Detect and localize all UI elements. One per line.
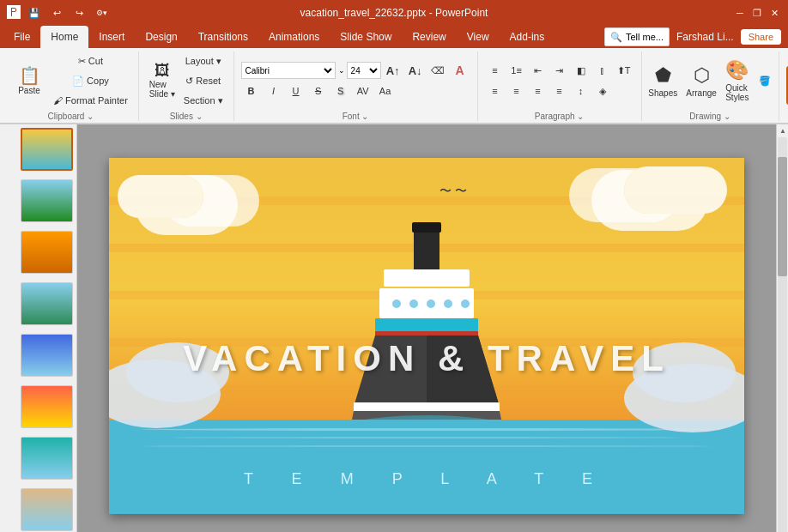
scroll-track[interactable] bbox=[778, 137, 787, 532]
ribbon-content: 📋 Paste ✂ Cut 📄 Copy 🖌 Format Painter Cl… bbox=[0, 48, 788, 124]
bold-button[interactable]: B bbox=[241, 82, 262, 100]
numbering-button[interactable]: 1≡ bbox=[506, 61, 527, 80]
tab-design[interactable]: Design bbox=[135, 26, 187, 48]
svg-rect-9 bbox=[375, 318, 478, 331]
font-group: Calibri ⌄ 24 A↑ A↓ ⌫ A B I U bbox=[234, 51, 478, 121]
minimize-button[interactable]: ─ bbox=[733, 6, 747, 20]
char-spacing-button[interactable]: AV bbox=[353, 82, 373, 100]
undo-qat-button[interactable]: ↩ bbox=[48, 4, 65, 21]
font-case-button[interactable]: Aa bbox=[375, 82, 396, 100]
underline-button[interactable]: U bbox=[286, 82, 306, 100]
arrange-button[interactable]: ⬡ Arrange bbox=[682, 63, 720, 100]
scroll-thumb[interactable] bbox=[778, 157, 787, 276]
new-slide-button[interactable]: 🖼 NewSlide ▾ bbox=[146, 61, 179, 100]
tab-transitions[interactable]: Transitions bbox=[188, 26, 258, 48]
title-bar-right: ─ ❐ ✕ bbox=[733, 6, 781, 20]
convert-smartart-button[interactable]: ◈ bbox=[592, 82, 613, 100]
slide-thumb-container-4: 4 bbox=[3, 282, 73, 330]
copy-button[interactable]: 📄 Copy bbox=[50, 71, 131, 90]
expand-font-icon: ⌄ bbox=[338, 66, 345, 75]
svg-point-6 bbox=[427, 299, 435, 308]
clipboard-label: Clipboard ⌄ bbox=[48, 110, 94, 121]
clipboard-group: 📋 Paste ✂ Cut 📄 Copy 🖌 Format Painter Cl… bbox=[3, 51, 139, 121]
drawing-controls: ⬟ Shapes ⬡ Arrange 🎨 QuickStyles 🪣 bbox=[645, 51, 775, 110]
quick-styles-icon: 🎨 bbox=[725, 59, 749, 82]
section-button[interactable]: Section ▾ bbox=[180, 91, 227, 110]
svg-rect-1 bbox=[412, 222, 441, 233]
slide-thumb-container-6: 6 bbox=[3, 385, 73, 433]
font-size-select[interactable]: 24 bbox=[347, 62, 381, 79]
customize-qat-button[interactable]: ⚙▾ bbox=[93, 4, 110, 21]
slide-subtitle[interactable]: T E M P L A T E bbox=[109, 470, 744, 488]
bullets-button[interactable]: ≡ bbox=[485, 61, 506, 80]
slide-thumb-4[interactable] bbox=[21, 282, 73, 325]
tab-slideshow[interactable]: Slide Show bbox=[330, 26, 402, 48]
slides-group: 🖼 NewSlide ▾ Layout ▾ ↺ Reset Section ▾ … bbox=[139, 51, 234, 121]
reset-button[interactable]: ↺ Reset bbox=[180, 71, 227, 90]
paste-icon: 📋 bbox=[19, 67, 40, 84]
cloud-top-left bbox=[118, 175, 203, 218]
ribbon: File Home Insert Design Transitions Anim… bbox=[0, 26, 788, 124]
slide-thumb-5[interactable] bbox=[21, 334, 73, 377]
decrease-font-button[interactable]: A↓ bbox=[405, 61, 426, 80]
close-button[interactable]: ✕ bbox=[767, 6, 781, 20]
shapes-button[interactable]: ⬟ Shapes bbox=[645, 63, 681, 100]
font-color-button[interactable]: A bbox=[450, 61, 470, 80]
align-center-button[interactable]: ≡ bbox=[506, 82, 527, 100]
save-qat-button[interactable]: 💾 bbox=[26, 4, 43, 21]
slide-thumb-2[interactable] bbox=[21, 179, 73, 222]
cut-button[interactable]: ✂ Cut bbox=[50, 51, 131, 70]
tab-file[interactable]: File bbox=[3, 26, 40, 48]
canvas-area: 〜 〜 bbox=[77, 124, 776, 532]
clear-format-button[interactable]: ⌫ bbox=[427, 61, 448, 80]
tab-addins[interactable]: Add-ins bbox=[500, 26, 555, 48]
quick-styles-button[interactable]: 🎨 QuickStyles bbox=[722, 57, 753, 104]
align-left-button[interactable]: ≡ bbox=[485, 82, 506, 100]
share-button[interactable]: Share bbox=[741, 29, 781, 45]
scroll-up-button[interactable]: ▲ bbox=[777, 124, 788, 136]
align-right-button[interactable]: ≡ bbox=[528, 82, 549, 100]
slide-thumb-1[interactable] bbox=[21, 128, 73, 171]
shadow-button[interactable]: S bbox=[330, 82, 351, 100]
slide-thumb-8[interactable] bbox=[21, 488, 73, 531]
user-label[interactable]: Farshad Li... bbox=[676, 31, 734, 43]
increase-indent-button[interactable]: ⇥ bbox=[549, 61, 570, 80]
slide-title[interactable]: VACATION & TRAVEL bbox=[109, 338, 744, 379]
ribbon-tab-bar: File Home Insert Design Transitions Anim… bbox=[0, 26, 788, 48]
shape-fill-button[interactable]: 🪣 bbox=[755, 74, 775, 88]
svg-point-4 bbox=[392, 299, 401, 308]
slide-thumb-container-7: 7 bbox=[3, 437, 73, 485]
tell-me-label: Tell me... bbox=[626, 32, 664, 42]
tell-me-input[interactable]: 🔍 Tell me... bbox=[604, 27, 670, 46]
format-painter-button[interactable]: 🖌 Format Painter bbox=[50, 91, 131, 110]
tab-home[interactable]: Home bbox=[40, 26, 88, 48]
svg-rect-2 bbox=[384, 269, 470, 287]
tab-review[interactable]: Review bbox=[402, 26, 456, 48]
slide-thumb-6[interactable] bbox=[21, 385, 73, 428]
columns-button[interactable]: ⫿ bbox=[592, 61, 613, 80]
line-spacing-button[interactable]: ↕ bbox=[571, 82, 591, 100]
slide-thumb-3[interactable] bbox=[21, 231, 73, 274]
decrease-indent-button[interactable]: ⇤ bbox=[528, 61, 549, 80]
redo-qat-button[interactable]: ↪ bbox=[70, 4, 88, 21]
slide-canvas[interactable]: 〜 〜 bbox=[109, 158, 744, 514]
layout-button[interactable]: Layout ▾ bbox=[180, 51, 227, 70]
vertical-scrollbar[interactable]: ▲ ▼ bbox=[776, 124, 788, 532]
birds: 〜 〜 bbox=[439, 184, 467, 199]
tab-insert[interactable]: Insert bbox=[88, 26, 135, 48]
text-direction-button[interactable]: ⬆T bbox=[614, 61, 634, 80]
restore-button[interactable]: ❐ bbox=[750, 6, 764, 20]
svg-point-8 bbox=[461, 299, 470, 308]
paste-button[interactable]: 📋 Paste bbox=[10, 65, 48, 97]
slide-thumb-7[interactable] bbox=[21, 437, 73, 480]
strikethrough-button[interactable]: S bbox=[308, 82, 329, 100]
justify-button[interactable]: ≡ bbox=[549, 82, 570, 100]
tab-animations[interactable]: Animations bbox=[258, 26, 330, 48]
tab-view[interactable]: View bbox=[457, 26, 500, 48]
font-family-select[interactable]: Calibri bbox=[241, 62, 336, 79]
increase-font-button[interactable]: A↑ bbox=[383, 61, 403, 80]
slide-panel[interactable]: 123456789101112 bbox=[0, 124, 77, 532]
smartart-button[interactable]: ◧ bbox=[571, 61, 591, 80]
italic-button[interactable]: I bbox=[264, 82, 284, 100]
shapes-label: Shapes bbox=[648, 88, 677, 98]
